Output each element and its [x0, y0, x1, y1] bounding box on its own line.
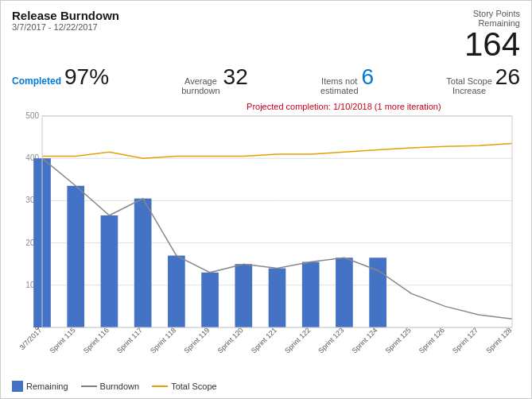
- metrics-row: Completed 97% Averageburndown 32 Items n…: [12, 66, 520, 95]
- metric-items-not-estimated: Items notestimated 6: [320, 66, 374, 95]
- avg-burndown-label: Averageburndown: [181, 76, 219, 95]
- burndown-swatch: [81, 385, 97, 387]
- metric-avg-burndown: Averageburndown 32: [181, 66, 247, 95]
- legend-total-scope: Total Scope: [152, 382, 216, 391]
- legend-remaining: Remaining: [12, 381, 68, 392]
- header-row: Release Burndown 3/7/2017 - 12/22/2017 S…: [12, 9, 520, 61]
- completed-label: Completed: [12, 76, 61, 87]
- items-not-estimated-label: Items notestimated: [320, 76, 359, 95]
- chart-title: Release Burndown: [12, 9, 119, 22]
- title-block: Release Burndown 3/7/2017 - 12/22/2017: [12, 9, 119, 32]
- projection-text: Projected completion: 1/10/2018 (1 more …: [247, 102, 441, 111]
- total-scope-swatch: [152, 385, 168, 387]
- remaining-label: Remaining: [26, 382, 68, 391]
- metric-completed: Completed 97%: [12, 66, 109, 95]
- items-not-estimated-value: 6: [362, 66, 375, 88]
- burndown-chart: [12, 100, 520, 379]
- date-range: 3/7/2017 - 12/22/2017: [12, 22, 119, 32]
- total-scope-label: Total ScopeIncrease: [446, 76, 491, 95]
- story-points-value: 164: [464, 28, 520, 61]
- total-scope-value: 26: [495, 66, 520, 88]
- completed-value: 97%: [64, 66, 109, 88]
- main-container: Release Burndown 3/7/2017 - 12/22/2017 S…: [0, 0, 532, 399]
- story-points-block: Story PointsRemaining 164: [464, 9, 520, 61]
- chart-area: Projected completion: 1/10/2018 (1 more …: [12, 100, 520, 379]
- metric-total-scope: Total ScopeIncrease 26: [446, 66, 520, 95]
- legend-burndown: Burndown: [81, 382, 140, 391]
- avg-burndown-value: 32: [223, 66, 248, 88]
- burndown-label: Burndown: [100, 382, 140, 391]
- remaining-swatch: [12, 381, 23, 392]
- legend: Remaining Burndown Total Scope: [12, 381, 520, 392]
- total-scope-legend-label: Total Scope: [171, 382, 216, 391]
